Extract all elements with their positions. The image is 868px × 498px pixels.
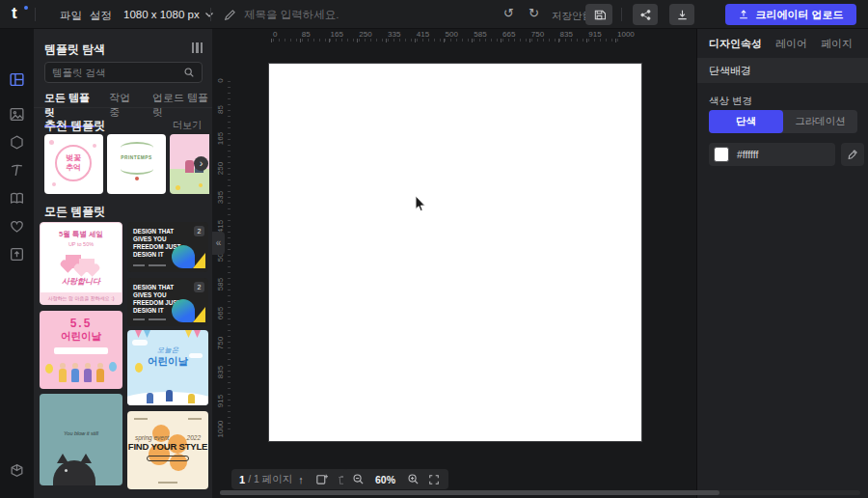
kid-figure bbox=[147, 393, 153, 403]
menu-settings[interactable]: 설정 bbox=[90, 9, 112, 23]
page-current: 1 bbox=[239, 474, 245, 485]
divider bbox=[34, 107, 212, 108]
bunting bbox=[135, 330, 142, 338]
rail-resources-icon[interactable] bbox=[9, 462, 25, 479]
more-link[interactable]: 더보기 bbox=[173, 119, 202, 132]
properties-panel: 디자인속성 레이어 페이지 단색배경 색상 변경 단색 그라데이션 #fffff… bbox=[696, 29, 868, 498]
hearts-illustration bbox=[41, 251, 122, 276]
color-swatch[interactable] bbox=[714, 147, 729, 162]
kid-figure bbox=[188, 394, 195, 403]
caption-bar bbox=[149, 264, 166, 266]
thumbnail-next-button[interactable]: › bbox=[194, 156, 208, 171]
cloud bbox=[189, 353, 203, 358]
wreath-top bbox=[121, 142, 153, 153]
style-event: spring event bbox=[135, 434, 169, 441]
upload-icon bbox=[738, 9, 749, 20]
rail-text-icon[interactable] bbox=[9, 162, 25, 179]
recommended-thumbnails: 벚꽃 추억 PRINTEMPS bbox=[44, 134, 209, 194]
scrollbar-thumb[interactable] bbox=[220, 490, 719, 495]
template-panel: 템플릿 탐색 모든 템플릿 작업중 업로드 템플릿 추천 템플릿 더보기 벚꽃 … bbox=[34, 29, 212, 498]
eyedropper-button[interactable] bbox=[841, 143, 864, 166]
rail-favorites-icon[interactable] bbox=[9, 218, 25, 235]
template-search[interactable] bbox=[44, 62, 203, 83]
caption-bar bbox=[54, 347, 108, 354]
creator-upload-label: 크리에이터 업로드 bbox=[755, 8, 843, 22]
design-page[interactable] bbox=[269, 64, 641, 441]
bunting bbox=[194, 330, 201, 338]
creator-upload-button[interactable]: 크리에이터 업로드 bbox=[725, 4, 856, 25]
tab-layers[interactable]: 레이어 bbox=[775, 37, 807, 51]
divider bbox=[35, 8, 36, 21]
download-button[interactable] bbox=[669, 4, 694, 25]
ruler-horizontal: 0851652503354155005856657508359151000 bbox=[231, 29, 696, 42]
kid-figure bbox=[166, 390, 173, 401]
save-button[interactable] bbox=[585, 4, 612, 25]
caption-bar bbox=[149, 318, 166, 320]
tab-working[interactable]: 작업중 bbox=[109, 91, 138, 127]
redo-icon[interactable]: ↻ bbox=[529, 6, 539, 20]
download-icon bbox=[676, 9, 689, 21]
template-card-sale[interactable]: 5월 특별 세일 UP to 50% 사랑합니다 사랑하는 맘 마음을 전하세요… bbox=[40, 222, 122, 305]
divider bbox=[621, 8, 622, 21]
sale-script: 사랑합니다 bbox=[41, 276, 122, 287]
template-search-input[interactable] bbox=[52, 67, 183, 78]
rail-photos-icon[interactable] bbox=[9, 106, 25, 123]
rail-uploads-icon[interactable] bbox=[9, 246, 25, 263]
rail-elements-icon[interactable] bbox=[9, 134, 25, 151]
all-templates-title: 모든 템플릿 bbox=[44, 204, 105, 220]
style-pill bbox=[147, 456, 189, 461]
mouse-cursor bbox=[415, 195, 427, 213]
recommended-title: 추천 템플릿 bbox=[44, 118, 105, 134]
horizontal-scrollbar[interactable] bbox=[220, 490, 860, 495]
blossom-badge: 벚꽃 추억 bbox=[55, 145, 92, 181]
template-card-childrens-day-blue[interactable]: 오늘은 어린이날 bbox=[127, 330, 208, 405]
gradient-blob bbox=[172, 245, 195, 268]
fill-gradient-option[interactable]: 그라데이션 bbox=[783, 110, 857, 133]
zoom-out-button[interactable] bbox=[347, 469, 368, 489]
template-card-design-1[interactable]: DESIGN THAT GIVES YOU FREEDOM JUST DESIG… bbox=[127, 222, 208, 272]
menu-file[interactable]: 파일 bbox=[60, 9, 82, 23]
rail-pages-icon[interactable] bbox=[9, 190, 25, 207]
rail-templates-icon[interactable] bbox=[9, 71, 25, 88]
fullscreen-icon bbox=[428, 474, 440, 485]
zoom-in-button[interactable] bbox=[402, 469, 423, 489]
template-card-cat[interactable]: You blow it still bbox=[40, 394, 122, 485]
template-thumb-printemps[interactable]: PRINTEMPS bbox=[107, 134, 166, 194]
fill-type-switch: 단색 그라데이션 bbox=[709, 110, 857, 133]
template-card-design-2[interactable]: DESIGN THAT GIVES YOU FREEDOM JUST DESIG… bbox=[127, 278, 208, 326]
zoom-out-icon bbox=[352, 473, 365, 485]
undo-icon[interactable]: ↺ bbox=[503, 6, 514, 20]
design-title-input[interactable] bbox=[244, 5, 466, 24]
template-card-find-your-style[interactable]: spring event 2022 FIND YOUR STYLE bbox=[127, 411, 208, 489]
balloon bbox=[135, 363, 143, 373]
style-year: 2022 bbox=[187, 434, 201, 441]
sale-title: 5월 특별 세일 bbox=[41, 230, 122, 239]
app-logo[interactable]: t bbox=[12, 4, 17, 23]
fit-screen-button[interactable] bbox=[423, 469, 445, 489]
zoom-level[interactable]: 60% bbox=[368, 474, 402, 485]
section-solid-background: 단색배경 bbox=[697, 58, 868, 83]
top-bar: t 파일 설정 1080 x 1080 px ↺ ↻ 저장안함 크리에이터 업로… bbox=[0, 0, 868, 29]
zoom-controls: 60% bbox=[343, 469, 448, 489]
logo-dot bbox=[24, 6, 28, 10]
share-button[interactable] bbox=[633, 4, 658, 25]
background-color-field[interactable]: #ffffff bbox=[709, 143, 835, 166]
caption-bar bbox=[188, 418, 202, 420]
template-thumb-blossom[interactable]: 벚꽃 추억 bbox=[44, 134, 103, 194]
panel-collapse-button[interactable]: « bbox=[212, 232, 225, 255]
printemps-title: PRINTEMPS bbox=[107, 155, 166, 160]
zoom-in-icon bbox=[407, 473, 420, 485]
tab-pages[interactable]: 페이지 bbox=[821, 37, 853, 51]
fill-solid-option[interactable]: 단색 bbox=[709, 110, 783, 133]
caption-bar bbox=[133, 264, 145, 266]
color-value: #ffffff bbox=[737, 149, 758, 160]
canvas-workspace[interactable]: 0851652503354155005856657508359151000 08… bbox=[212, 29, 696, 498]
grid-layout-icon[interactable] bbox=[192, 42, 203, 53]
tool-rail bbox=[0, 29, 34, 498]
add-page-button[interactable] bbox=[311, 469, 332, 489]
tab-design-properties[interactable]: 디자인속성 bbox=[709, 37, 762, 51]
panel-title: 템플릿 탐색 bbox=[44, 42, 105, 58]
children-title: 어린이날 bbox=[40, 330, 122, 344]
template-card-childrens-day-pink[interactable]: 5.5 어린이날 bbox=[40, 311, 122, 389]
canvas-size-dropdown[interactable]: 1080 x 1080 px bbox=[123, 9, 213, 20]
